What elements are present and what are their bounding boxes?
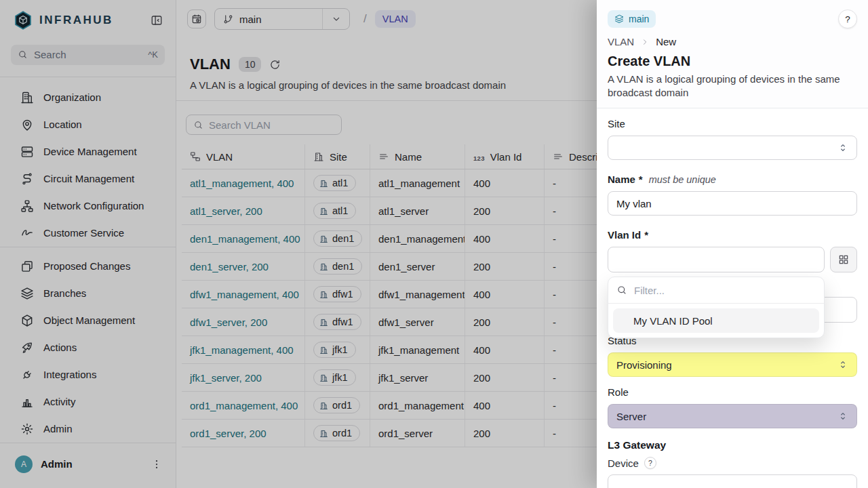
breadcrumb-current: New bbox=[656, 36, 676, 47]
layers-icon bbox=[614, 14, 624, 24]
name-label: Name * must be unique bbox=[608, 174, 857, 185]
panel-title: Create VLAN bbox=[608, 54, 857, 69]
role-label: Role bbox=[608, 386, 857, 398]
site-label: Site bbox=[608, 118, 857, 129]
panel-description: A VLAN is a logical grouping of devices … bbox=[608, 73, 853, 100]
name-input[interactable] bbox=[608, 191, 857, 216]
name-hint: must be unique bbox=[649, 174, 716, 185]
device-select[interactable] bbox=[608, 474, 857, 488]
search-icon bbox=[616, 285, 627, 296]
dropdown-options: My VLAN ID Pool bbox=[608, 304, 824, 338]
status-select[interactable]: Provisioning bbox=[608, 352, 857, 377]
required-marker: * bbox=[644, 229, 648, 241]
branch-badge: main bbox=[608, 10, 656, 28]
pool-dropdown: My VLAN ID Pool bbox=[608, 277, 825, 338]
required-marker: * bbox=[639, 174, 643, 185]
dropdown-filter[interactable] bbox=[608, 277, 824, 303]
breadcrumb-parent[interactable]: VLAN bbox=[608, 36, 634, 47]
chevrons-up-down-icon bbox=[837, 411, 848, 422]
chevron-right-icon bbox=[640, 37, 650, 47]
pool-selector-button[interactable] bbox=[830, 247, 857, 272]
grid-icon bbox=[837, 253, 850, 266]
panel-breadcrumb: VLAN New bbox=[608, 36, 857, 47]
create-vlan-form: Site Name * must be unique Vlan Id * bbox=[597, 108, 868, 488]
vlan-id-field: My VLAN ID Pool bbox=[608, 247, 857, 272]
create-vlan-panel: main ? VLAN New Create VLAN A VLAN is a … bbox=[597, 0, 868, 488]
site-select[interactable] bbox=[608, 136, 857, 160]
vlan-id-input[interactable] bbox=[608, 247, 825, 272]
branch-badge-label: main bbox=[629, 14, 649, 24]
l3-gateway-heading: L3 Gateway bbox=[608, 439, 857, 451]
dropdown-filter-input[interactable] bbox=[634, 285, 816, 296]
help-button[interactable]: ? bbox=[838, 9, 857, 28]
device-label-row: Device ? bbox=[608, 457, 857, 469]
device-label: Device bbox=[608, 458, 639, 469]
modal-overlay[interactable] bbox=[0, 0, 597, 488]
role-select[interactable]: Server bbox=[608, 404, 857, 428]
chevrons-up-down-icon bbox=[837, 142, 848, 153]
role-value: Server bbox=[616, 411, 646, 422]
dropdown-option[interactable]: My VLAN ID Pool bbox=[613, 308, 819, 333]
vlan-id-label: Vlan Id * bbox=[608, 229, 857, 241]
status-value: Provisioning bbox=[616, 359, 672, 371]
panel-header: main ? VLAN New Create VLAN A VLAN is a … bbox=[597, 0, 868, 108]
device-help-icon[interactable]: ? bbox=[644, 457, 656, 469]
chevrons-up-down-icon bbox=[837, 359, 848, 370]
